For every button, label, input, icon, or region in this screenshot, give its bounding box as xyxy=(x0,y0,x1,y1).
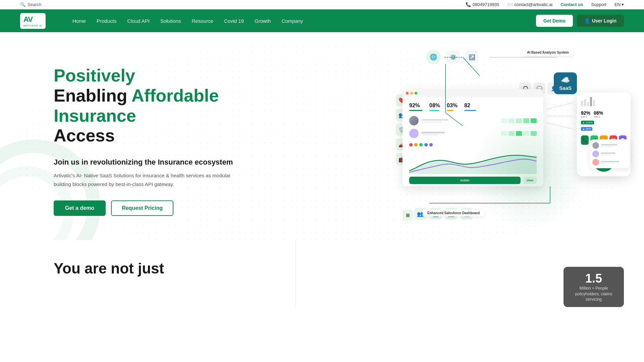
ru-bar-5 xyxy=(601,161,619,162)
user-sub-bar xyxy=(421,121,441,123)
hero-content: Positively Enabling Affordable Insurance… xyxy=(54,52,248,216)
nav-solutions[interactable]: Solutions xyxy=(160,18,181,24)
stat-description: Million + Peoplepolicyholders, claimsser… xyxy=(575,286,612,302)
right-user-3 xyxy=(592,159,627,166)
stat-bar-4 xyxy=(464,110,476,111)
ru-avatar-3 xyxy=(592,159,599,166)
ru-bar-2 xyxy=(601,146,613,147)
phone-info: 📞 08049719935 xyxy=(466,2,499,7)
email-icon: ✉️ xyxy=(507,2,513,7)
ru-avatar-2 xyxy=(592,150,599,157)
navbar: AV ARTIVATIC.AI Home Products Cloud API … xyxy=(0,9,644,32)
mobile-icon-1: 📞 xyxy=(581,135,589,145)
avatar-1 xyxy=(409,116,419,125)
bar-col-4 xyxy=(590,97,592,106)
mobile-stat-2: 08% Stat 2 xyxy=(594,110,603,118)
nav-resource[interactable]: Resource xyxy=(192,18,213,24)
get-demo-button[interactable]: Get Demo xyxy=(536,15,573,27)
mobile-pct-row-1: ▲ 114% xyxy=(581,121,627,124)
user-name-bar-2 xyxy=(421,132,445,133)
cloud-icon: ☁️ xyxy=(561,76,570,84)
ru-bar-4 xyxy=(601,155,611,156)
svg-line-6 xyxy=(547,103,574,109)
contact-us-link[interactable]: Contact us xyxy=(560,2,583,7)
globe-icon: 🌐 xyxy=(426,50,441,64)
hero-visual: 🌐 ⚙️ ↗️ AI Based Analysis System 🎧 💬 👤 ⚙… xyxy=(396,42,631,230)
grid-icon-container: ⊞ xyxy=(402,210,413,221)
user-login-button[interactable]: 👤 User Login xyxy=(577,15,624,27)
nav-products[interactable]: Products xyxy=(97,18,116,24)
top-bar: 🔍 Search 📞 08049719935 ✉️ contact@artiva… xyxy=(0,0,644,9)
search-area[interactable]: 🔍 Search xyxy=(20,2,41,7)
right-user-2 xyxy=(592,150,627,157)
color-dot-purple xyxy=(429,143,433,146)
nav-links: Home Products Cloud API Solutions Resour… xyxy=(72,18,523,24)
right-user-stack xyxy=(590,139,630,168)
card-header xyxy=(402,89,543,97)
nav-cloud-api[interactable]: Cloud API xyxy=(127,18,150,24)
stat-bar-3 xyxy=(447,110,453,111)
stat-card: 1.5 Million + Peoplepolicyholders, claim… xyxy=(564,267,624,307)
settings-icon: ⚙️ xyxy=(447,51,460,63)
ru-info-3 xyxy=(601,161,627,164)
bottom-title: You are not just xyxy=(54,260,590,277)
chevron-down-icon: ▾ xyxy=(622,2,624,7)
divider-line xyxy=(295,240,296,307)
share-icon: ↗️ xyxy=(466,51,478,63)
mobile-bar-chart xyxy=(581,97,627,106)
stat-3: 03% xyxy=(447,103,458,111)
stat-card-container: 1.5 Million + Peoplepolicyholders, claim… xyxy=(564,267,624,307)
bar-col-5 xyxy=(593,100,595,106)
hero-buttons: Get a demo Request Pricing xyxy=(54,200,248,216)
search-label: Search xyxy=(28,2,41,7)
email-info: ✉️ contact@artivatic.ai xyxy=(507,2,553,7)
stats-row: 92% 08% 03% 82 xyxy=(407,101,539,112)
stat-number: 1.5 xyxy=(585,272,602,286)
logo[interactable]: AV ARTIVATIC.AI xyxy=(20,13,46,29)
logo-av-text: AV xyxy=(23,15,42,24)
bottom-left-content: You are not just xyxy=(54,260,590,277)
ai-label-box: AI Based Analysis System xyxy=(522,49,574,56)
ru-bar-1 xyxy=(601,144,618,145)
hero-subtitle: Join us in revolutionizing the Insurance… xyxy=(54,158,248,167)
hero-demo-button[interactable]: Get a demo xyxy=(54,200,106,216)
hero-pricing-button[interactable]: Request Pricing xyxy=(111,200,173,216)
nav-covid19[interactable]: Covid 19 xyxy=(224,18,244,24)
logo-sub-text: ARTIVATIC.AI xyxy=(23,24,42,27)
stat-bar-2 xyxy=(429,110,439,111)
right-user-list xyxy=(592,142,627,166)
dot-red xyxy=(406,92,409,95)
stat-2: 08% xyxy=(429,103,440,111)
ru-bar-3 xyxy=(601,153,615,154)
user-sub-bar-2 xyxy=(421,134,438,135)
support-link[interactable]: Support xyxy=(591,2,606,7)
saas-badge: ☁️ SaaS xyxy=(554,72,577,94)
hero-section: Positively Enabling Affordable Insurance… xyxy=(0,32,644,240)
dot-green xyxy=(415,92,417,95)
nav-home[interactable]: Home xyxy=(72,18,86,24)
search-icon: 🔍 xyxy=(20,2,25,7)
ru-info-2 xyxy=(601,153,627,156)
bar-col-1 xyxy=(581,101,583,106)
mobile-stat-1: 92% Stat 1 xyxy=(581,110,590,118)
right-user-1 xyxy=(592,142,627,149)
language-selector[interactable]: EN ▾ xyxy=(614,2,624,7)
stat-1: 92% xyxy=(409,103,423,111)
grid-icon: ⊞ xyxy=(402,210,413,221)
green-glow xyxy=(470,113,587,230)
hero-description: Artivatic's AI- Native SaaS Solutions fo… xyxy=(54,171,248,188)
color-dot-green xyxy=(419,143,423,146)
user-info-1 xyxy=(421,119,498,123)
avatar-2 xyxy=(409,129,419,138)
mobile-pct-row-2: ▲ 98% xyxy=(581,127,627,131)
nav-company[interactable]: Company xyxy=(281,18,303,24)
dashboard-container: 🌐 ⚙️ ↗️ AI Based Analysis System 🎧 💬 👤 ⚙… xyxy=(396,42,631,230)
stat-bar-1 xyxy=(409,110,423,111)
nav-growth[interactable]: Growth xyxy=(255,18,271,24)
stat-4: 82 xyxy=(464,103,476,111)
dot-yellow xyxy=(410,92,413,95)
salesforce-label: Enhanced Salesforce Dashboard xyxy=(423,209,484,217)
phone-icon: 📞 xyxy=(466,2,471,7)
ru-avatar-1 xyxy=(592,142,599,149)
user-icon: 👤 xyxy=(584,18,590,23)
